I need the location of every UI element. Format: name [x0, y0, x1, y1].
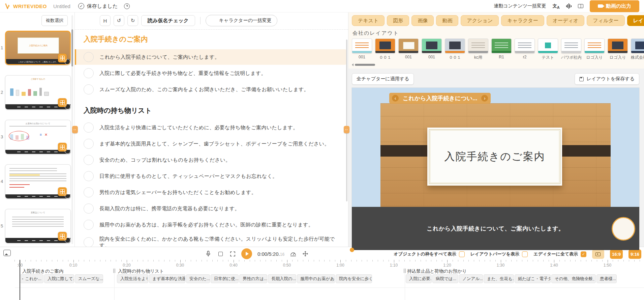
layout-item[interactable]: ００１	[375, 38, 395, 60]
scroll-left-icon[interactable]	[352, 63, 354, 66]
timeline-clip[interactable]: スムーズな...	[75, 274, 103, 283]
editor-scrollbar[interactable]	[346, 39, 347, 201]
asset-tab-1[interactable]: テキスト	[352, 15, 385, 26]
guide-book-icon[interactable]	[578, 4, 583, 8]
line-character-avatar[interactable]	[84, 84, 94, 94]
slide-thumbnail-2[interactable]: 2ご持参するもの	[5, 75, 71, 110]
timeline-clip[interactable]: 入院に際して...	[44, 274, 74, 283]
line-character-avatar[interactable]	[84, 171, 94, 181]
multi-select-button[interactable]: 複数選択	[41, 15, 68, 26]
slide-thumbnail-3[interactable]: 3お薬等のお預かりについて=✕	[5, 120, 71, 154]
view-option-toggle[interactable]: レイアウトパーツを表示	[470, 251, 528, 257]
layout-item[interactable]: テスト	[538, 38, 558, 60]
asset-tab-7[interactable]: オーディオ	[547, 15, 584, 26]
timeline-clip[interactable]: 入院生活をより...	[117, 274, 148, 283]
playback-speed-icon[interactable]	[290, 250, 297, 257]
script-line[interactable]: 服用中のお薬がある方は、お薬手帳を必ずお持ちください。医師の診察に重要となります…	[75, 217, 346, 233]
aspect-16-9-button[interactable]: 16:9	[610, 249, 623, 259]
preview-canvas[interactable]: 入院手続きのご案内 ‹ これから入院手続きについ... › これから入院手続きに…	[352, 88, 639, 250]
line-character-avatar[interactable]	[84, 203, 94, 214]
asset-tab-2[interactable]: 図形	[387, 15, 409, 26]
slide-title-card[interactable]: 入院手続きのご案内	[427, 128, 562, 186]
timeline-clip[interactable]: また、生花も...	[484, 274, 514, 283]
timeline-clip[interactable]: 安全のた...	[186, 274, 210, 283]
panel-resize-handle-right[interactable]: ‹›	[344, 126, 349, 133]
script-line[interactable]: 院内を安全に歩くために、かかとのある靴もご準備ください。スリッパよりも安定した歩…	[75, 233, 346, 247]
layout-item[interactable]: 001	[352, 38, 372, 60]
script-line[interactable]: まず基本的な洗面用具として、シャンプー、歯ブラシセット、ボディーソープをご用意く…	[75, 136, 346, 152]
layout-item[interactable]: kc用	[468, 38, 488, 60]
history-icon[interactable]	[124, 3, 130, 9]
preview-monitor-button[interactable]	[592, 249, 604, 259]
translate-icon[interactable]: 文A	[553, 3, 560, 9]
subtitle-bar[interactable]: これから入院手続きについて、ご案内いたします。	[352, 207, 639, 250]
view-option-checkbox[interactable]: ✓	[581, 251, 586, 257]
line-character-avatar[interactable]	[84, 122, 94, 133]
preview-character-avatar[interactable]	[612, 217, 635, 241]
stop-button[interactable]	[217, 250, 224, 257]
script-line[interactable]: 長期入院の方は特に、携帯電話の充電器も必要になります。	[75, 201, 346, 216]
line-character-avatar[interactable]	[84, 68, 94, 78]
layout-item[interactable]: 株式会社X...	[631, 38, 644, 60]
line-character-avatar[interactable]	[84, 237, 94, 247]
layout-item[interactable]: ロゴ入り	[584, 38, 605, 60]
line-character-avatar[interactable]	[84, 52, 94, 62]
script-line[interactable]: 男性の方は電気シェーバーをお持ちいただくことをお勧めします。	[75, 185, 346, 200]
layout-item[interactable]: 001	[422, 38, 442, 60]
mic-icon[interactable]	[205, 250, 212, 257]
timeline-clip[interactable]: 入院に必要...	[406, 274, 432, 283]
timeline-clip[interactable]: 院内を安全に歩く...	[336, 274, 372, 283]
view-option-checkbox[interactable]	[522, 251, 528, 257]
chapter-label[interactable]: 持込禁止品と荷物のお預かり	[407, 268, 467, 274]
timeline-clip[interactable]: ノンアル...	[459, 274, 483, 283]
view-option-toggle[interactable]: オブジェクトの枠をすべて表示	[394, 251, 464, 257]
preview-resize-dot[interactable]	[350, 248, 354, 252]
playhead[interactable]	[20, 260, 20, 300]
slide-thumbnail-1[interactable]: 1入院手続きのご案内これから入院手続きについて、ご案内いたします。	[5, 31, 71, 65]
bulk-content-change-link[interactable]: 連動コンテンツ一括変更	[494, 3, 546, 9]
asset-tab-4[interactable]: 動画	[436, 15, 458, 26]
timeline-clip[interactable]: 男性の方は...	[239, 274, 267, 283]
asset-tab-9[interactable]: レイアウト	[627, 15, 644, 26]
export-video-button[interactable]: 動画の出力	[590, 0, 639, 12]
move-tool-icon[interactable]	[302, 250, 309, 257]
waveform-icon[interactable]	[566, 3, 572, 9]
timeline-clip[interactable]: 病院では...	[432, 274, 458, 283]
asset-tab-5[interactable]: アクション	[461, 15, 499, 26]
script-line[interactable]: 安全のため、コップは割れないものをお持ちください。	[75, 152, 346, 168]
ruby-check-button[interactable]: 読み仮名チェック	[141, 15, 195, 26]
chapter-label[interactable]: 入院手続きのご案内	[22, 268, 63, 274]
slide-thumbnail-4[interactable]: 4	[5, 164, 71, 199]
script-heading[interactable]: 入院手続きのご案内	[84, 34, 346, 44]
timeline-clip[interactable]: 服用中のお薬があ...	[297, 274, 335, 283]
layouts-scrollbar-thumb[interactable]	[355, 64, 375, 66]
layout-item[interactable]: パワポ社内...	[561, 38, 581, 60]
panel-resize-handle-left[interactable]: ‹›	[72, 126, 78, 133]
heading-button[interactable]: H	[100, 15, 111, 26]
timeline-clip[interactable]: 患者様...	[596, 274, 617, 283]
script-line[interactable]: 入院に際して必要な手続きや持ち物など、重要な情報をご説明します。	[75, 65, 346, 81]
asset-tab-3[interactable]: 画像	[411, 15, 434, 26]
aspect-9-16-button[interactable]: 9:16	[628, 249, 641, 259]
line-character-avatar[interactable]	[84, 187, 94, 197]
layout-item[interactable]: ００１	[445, 38, 465, 60]
save-layout-button[interactable]: レイアウトを保存する	[575, 73, 639, 85]
slide-thumbnail-5[interactable]: 5貴重品について	[5, 209, 71, 243]
line-character-avatar[interactable]	[84, 139, 94, 149]
chapter-label[interactable]: 入院時の持ち物リスト	[118, 268, 164, 274]
slide-panel-icon[interactable]	[3, 250, 11, 256]
layout-item[interactable]: R1	[491, 38, 512, 60]
script-heading[interactable]: 入院時の持ち物リスト	[84, 106, 346, 115]
layout-item[interactable]: ロゴ入り	[608, 38, 628, 60]
script-line[interactable]: 日常的に使用するものとして、ティッシュペーパーとマスクもお忘れなく。	[75, 168, 346, 184]
timeline-clip[interactable]: その他、危険物全般、...	[551, 274, 596, 283]
document-title[interactable]: Untitled	[53, 3, 70, 9]
timeline-clip[interactable]: これか...	[20, 274, 43, 283]
character-bulk-change-button[interactable]: キャラクターの一括変更	[206, 15, 277, 26]
redo-button[interactable]: ↻	[127, 15, 138, 26]
line-character-avatar[interactable]	[84, 220, 94, 230]
script-line[interactable]: スムーズな入院のため、このご案内をよくお聞きいただき、ご準備をお願いいたします。	[75, 82, 346, 97]
layouts-scrollbar[interactable]	[352, 63, 644, 66]
caption-next-button[interactable]: ›	[481, 95, 488, 102]
layout-item[interactable]: 001	[398, 38, 419, 60]
